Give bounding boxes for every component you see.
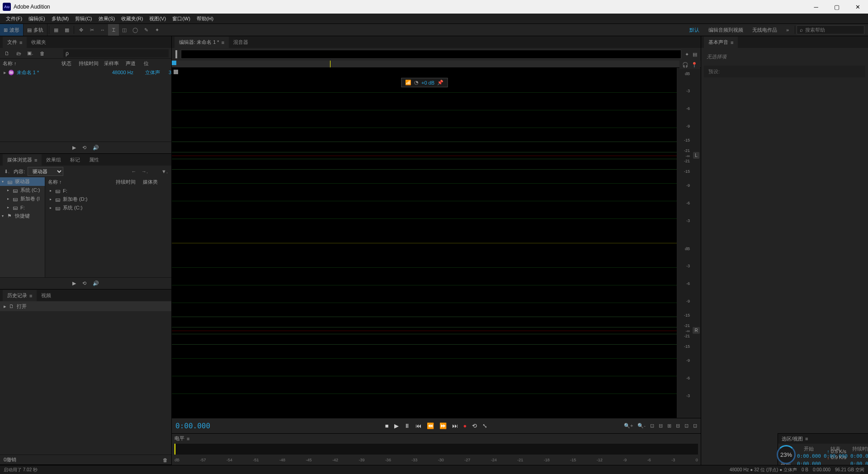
play-preview-icon[interactable]: ▶ <box>72 280 76 286</box>
move-tool-icon[interactable]: ✥ <box>75 24 86 36</box>
open-file-icon[interactable]: 🗁 <box>14 49 23 57</box>
lasso-tool-icon[interactable]: ◯ <box>130 24 141 36</box>
panel-menu-icon[interactable]: ≡ <box>34 157 37 163</box>
brush-tool-icon[interactable]: ✎ <box>141 24 151 36</box>
close-file-icon[interactable]: 🗑 <box>38 49 46 57</box>
tree-drives[interactable]: ▾🖴驱动器 <box>0 177 45 186</box>
tab-video[interactable]: 视频 <box>37 290 56 301</box>
playhead-marker[interactable] <box>172 61 176 65</box>
timeline-ruler[interactable] <box>172 61 701 68</box>
workspace-default[interactable]: 默认 <box>685 27 704 33</box>
play-button[interactable]: ▶ <box>394 422 399 429</box>
tree-shortcuts[interactable]: ▾⚑快捷键 <box>0 212 45 220</box>
panel-menu-icon[interactable]: ≡ <box>731 40 733 45</box>
tab-mixer[interactable]: 混音器 <box>229 37 253 48</box>
record-button[interactable]: ● <box>463 422 467 429</box>
tab-effects-rack[interactable]: 效果组 <box>42 154 66 166</box>
zoom-out-icon[interactable]: 🔍- <box>637 423 646 429</box>
spectral-pitch-icon[interactable]: ▩ <box>61 24 72 36</box>
list-col-type[interactable]: 媒体类 <box>143 179 158 185</box>
workspace-edit-audio-video[interactable]: 编辑音频到视频 <box>704 27 748 33</box>
panel-menu-icon[interactable]: ≡ <box>222 40 224 45</box>
col-bitdepth[interactable]: 位 <box>144 60 151 67</box>
workspace-more[interactable]: » <box>782 27 793 33</box>
go-end-button[interactable]: ⏭ <box>452 422 458 429</box>
tab-levels[interactable]: 电平 <box>175 435 184 442</box>
file-row[interactable]: ▸ ♒ 未命名 1 * 48000 Hz 立体声 3 <box>0 68 171 77</box>
maximize-button[interactable]: ▢ <box>826 0 847 14</box>
tab-properties[interactable]: 属性 <box>85 154 104 166</box>
help-search-input[interactable] <box>805 27 861 33</box>
level-meter[interactable] <box>175 444 698 455</box>
col-status[interactable]: 状态 <box>61 60 79 67</box>
expand-icon[interactable]: ▸ <box>4 70 8 76</box>
zoom-nav-icon[interactable]: ✦ <box>685 52 689 57</box>
history-item[interactable]: ▸ 🗋 打开 <box>0 301 171 311</box>
tab-selection-view[interactable]: 选区/视图 <box>782 436 803 442</box>
tree-node[interactable]: ▸🖴新加卷 (I <box>0 194 45 203</box>
tab-history[interactable]: 历史记录≡ <box>3 290 37 301</box>
menu-multitrack[interactable]: 多轨(M) <box>48 14 72 24</box>
workspace-radio[interactable]: 无线电作品 <box>748 27 782 33</box>
tree-node[interactable]: ▸🖴F: <box>0 203 45 212</box>
sel-dur[interactable]: 0:00.000 <box>850 453 868 460</box>
zoom-in-time-icon[interactable]: ⊞ <box>667 423 671 429</box>
time-select-tool-icon[interactable]: Ꮖ <box>108 24 119 36</box>
go-start-button[interactable]: ⏮ <box>415 422 421 429</box>
zoom-full-icon[interactable]: ⊡ <box>693 423 697 429</box>
forward-icon[interactable]: →. <box>141 169 149 174</box>
menu-view[interactable]: 视图(V) <box>146 14 169 24</box>
loop-preview-icon[interactable]: ⟲ <box>82 145 86 151</box>
panel-menu-icon[interactable]: ≡ <box>805 436 808 441</box>
tab-markers[interactable]: 标记 <box>66 154 85 166</box>
play-preview-icon[interactable]: ▶ <box>72 145 76 151</box>
tab-files[interactable]: 文件≡ <box>3 37 27 48</box>
menu-window[interactable]: 窗口(W) <box>169 14 193 24</box>
multitrack-view-button[interactable]: ▤ 多轨 <box>24 24 47 36</box>
zoom-out-time-icon[interactable]: ⊟ <box>676 423 680 429</box>
options-icon[interactable]: ▤ <box>693 52 697 57</box>
panel-menu-icon[interactable]: ≡ <box>19 40 22 45</box>
menu-favorites[interactable]: 收藏夹(R) <box>118 14 146 24</box>
waveform-display[interactable]: 🎧 📍 📶 ◔ +0 dB 📌 <box>172 68 701 418</box>
back-icon[interactable]: ← <box>130 169 138 174</box>
menu-edit[interactable]: 编辑(E) <box>25 14 48 24</box>
close-button[interactable]: ✕ <box>847 0 868 14</box>
zoom-sel-icon[interactable]: ⊟ <box>659 423 663 429</box>
spectral-freq-icon[interactable]: ▦ <box>51 24 61 36</box>
pin-icon[interactable]: 📍 <box>691 62 698 68</box>
zoom-fit-icon[interactable]: ⊡ <box>650 423 654 429</box>
autoplay-icon[interactable]: 🔊 <box>93 145 99 151</box>
new-multitrack-icon[interactable]: ▣. <box>26 49 34 57</box>
sel-start[interactable]: 0:00.000 <box>797 453 821 460</box>
import-icon[interactable]: ⬇. <box>3 169 11 175</box>
zoom-reset-icon[interactable]: ⊡ <box>684 423 689 429</box>
zoom-in-icon[interactable]: 🔍+ <box>624 423 633 429</box>
files-search[interactable]: ρ <box>63 49 169 57</box>
list-item[interactable]: ▸🖴系统 (C:) <box>45 204 171 212</box>
razor-tool-icon[interactable]: ✂ <box>86 24 97 36</box>
slip-tool-icon[interactable]: ↔ <box>97 24 108 36</box>
loop-button[interactable]: ⟲ <box>472 422 477 429</box>
spot-heal-tool-icon[interactable]: ✦ <box>151 24 162 36</box>
trash-icon[interactable]: 🗑 <box>163 457 168 463</box>
list-col-dur[interactable]: 持续时间 <box>116 179 143 185</box>
tab-essential-sound[interactable]: 基本声音≡ <box>704 37 738 48</box>
navigator[interactable] <box>181 50 681 59</box>
col-duration[interactable]: 持续时间 <box>79 60 104 67</box>
autoplay-icon[interactable]: 🔊 <box>93 280 99 286</box>
col-name[interactable]: 名称 ↑ <box>3 60 61 67</box>
menu-clip[interactable]: 剪辑(C) <box>72 14 95 24</box>
fast-forward-button[interactable]: ⏩ <box>439 422 447 429</box>
loop-preview-icon[interactable]: ⟲ <box>82 280 86 286</box>
menu-help[interactable]: 帮助(H) <box>193 14 217 24</box>
col-samplerate[interactable]: 采样率 <box>104 60 126 67</box>
panel-menu-icon[interactable]: ≡ <box>187 436 189 441</box>
filter-icon[interactable]: ▼. <box>160 169 169 174</box>
waveform-view-button[interactable]: ⊞ 波形 <box>0 24 24 36</box>
rewind-button[interactable]: ⏪ <box>427 422 434 429</box>
menu-file[interactable]: 文件(F) <box>3 14 25 24</box>
tab-editor[interactable]: 编辑器: 未命名 1 *≡ <box>175 37 229 48</box>
pin-icon[interactable]: 📌 <box>437 80 443 85</box>
stop-button[interactable]: ■ <box>385 422 389 429</box>
